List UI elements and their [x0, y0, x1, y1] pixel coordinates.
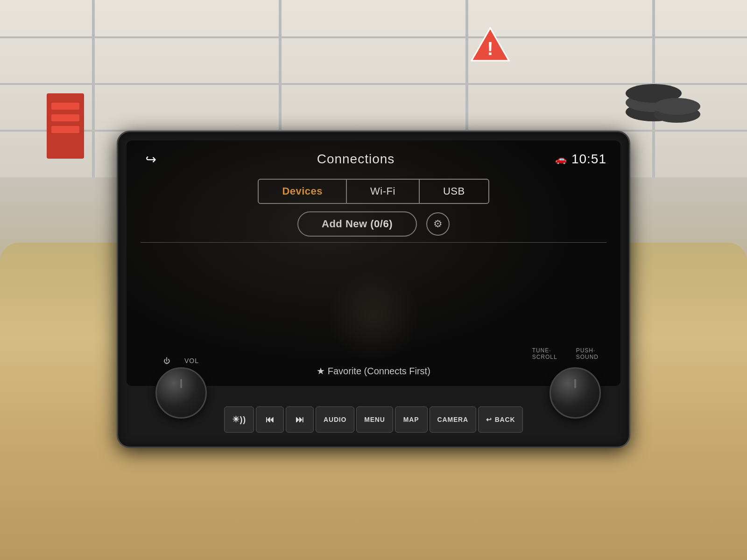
tab-devices[interactable]: Devices	[259, 180, 347, 203]
screen-title: Connections	[161, 152, 550, 167]
next-track-button[interactable]: ⏭	[286, 406, 314, 433]
gear-icon: ⚙	[433, 218, 443, 230]
svg-rect-9	[51, 114, 79, 121]
back-phys-icon: ↩	[486, 416, 492, 423]
header-right: 🚗 10:51	[550, 152, 606, 167]
map-button[interactable]: MAP	[395, 406, 428, 433]
svg-rect-10	[51, 126, 79, 133]
tune-knob[interactable]	[550, 367, 601, 419]
prev-track-button[interactable]: ⏮	[256, 406, 284, 433]
camera-button[interactable]: CAMERA	[430, 406, 476, 433]
clock-display: 10:51	[571, 152, 606, 167]
menu-button[interactable]: MENU	[356, 406, 393, 433]
prev-icon: ⏮	[266, 415, 275, 425]
divider	[141, 242, 606, 243]
infotainment-unit: ↩ Connections 🚗 10:51 Devices Wi-Fi USB …	[117, 131, 630, 448]
favorite-text: ★ Favorite (Connects First)	[317, 365, 430, 377]
tabs-container: Devices Wi-Fi USB	[127, 175, 620, 204]
tab-wifi[interactable]: Wi-Fi	[347, 180, 420, 203]
back-button[interactable]: ↩	[141, 149, 161, 169]
brightness-button[interactable]: ☀))	[224, 406, 254, 433]
tabs-wrapper: Devices Wi-Fi USB	[258, 179, 489, 204]
right-knob-area	[550, 367, 601, 419]
knob-mark	[180, 379, 182, 388]
back-phys-button[interactable]: ↩ BACK	[478, 406, 523, 433]
tab-usb[interactable]: USB	[420, 180, 488, 203]
next-icon: ⏭	[296, 415, 304, 425]
volume-knob[interactable]	[155, 367, 207, 419]
svg-point-15	[654, 98, 700, 115]
vol-labels: ⏻ VOL	[163, 357, 199, 364]
car-icon: 🚗	[555, 154, 567, 165]
tune-scroll-label: TUNE·SCROLL	[532, 347, 557, 360]
settings-button[interactable]: ⚙	[426, 212, 450, 236]
svg-text:!: !	[487, 38, 493, 59]
back-arrow-icon: ↩	[146, 152, 156, 167]
push-sound-label: PUSH·SOUND	[576, 347, 599, 360]
audio-button[interactable]: AUDIO	[316, 406, 354, 433]
right-knob-labels: TUNE·SCROLL PUSH·SOUND	[532, 347, 599, 360]
add-new-button[interactable]: Add New (0/6)	[297, 211, 417, 237]
power-label: ⏻	[163, 357, 170, 364]
svg-rect-8	[51, 103, 79, 110]
header-bar: ↩ Connections 🚗 10:51	[127, 140, 620, 175]
tune-knob-mark	[574, 379, 576, 388]
add-new-bar: Add New (0/6) ⚙	[127, 204, 620, 240]
vol-label: VOL	[184, 357, 199, 364]
brightness-icon: ☀))	[232, 414, 246, 425]
left-knob-area: ⏻ VOL	[155, 357, 207, 419]
